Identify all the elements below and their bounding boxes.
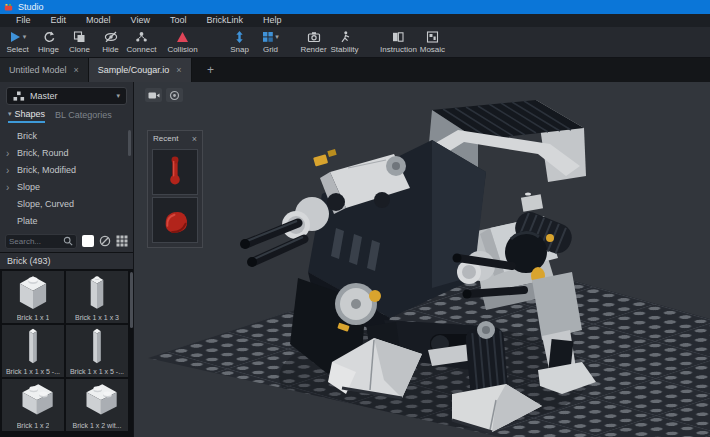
toolbar-button-instruction[interactable]: Instruction bbox=[380, 28, 417, 57]
mosaic-picture-icon bbox=[426, 31, 439, 43]
orbit-target-icon bbox=[169, 90, 180, 101]
parts-section-header: Brick (493) bbox=[0, 253, 133, 269]
tab-shapes[interactable]: ▾ Shapes bbox=[8, 109, 45, 123]
color-filter-icon[interactable] bbox=[99, 235, 111, 247]
collapse-chevron-icon: ▾ bbox=[8, 110, 12, 118]
menu-tool[interactable]: Tool bbox=[160, 14, 197, 27]
brick-1x2-thumbnail bbox=[5, 379, 61, 421]
new-tab-button[interactable]: + bbox=[200, 58, 222, 82]
viewport-3d[interactable]: Recent × bbox=[134, 82, 710, 437]
category-scrollbar[interactable] bbox=[128, 130, 131, 156]
category-brick-modified[interactable]: › Brick, Modified bbox=[0, 162, 133, 179]
caret-down-icon: ▾ bbox=[275, 34, 279, 40]
color-swatch-white[interactable] bbox=[82, 235, 94, 247]
close-icon[interactable]: × bbox=[192, 134, 197, 144]
toolbar-button-connect[interactable]: Connect bbox=[126, 28, 157, 57]
part-brick-1x2-with[interactable]: Brick 1 x 2 wit... bbox=[66, 379, 128, 431]
hide-eye-icon bbox=[104, 31, 118, 43]
grid-icon bbox=[262, 31, 274, 43]
category-brick-round[interactable]: › Brick, Round bbox=[0, 145, 133, 162]
close-tab-icon[interactable]: × bbox=[176, 65, 181, 75]
hinge-rotate-icon bbox=[42, 31, 55, 43]
parts-scrollbar[interactable] bbox=[130, 272, 133, 328]
toolbar-button-stability[interactable]: Stability bbox=[329, 28, 360, 57]
hierarchy-icon bbox=[13, 91, 25, 102]
chevron-right-icon: › bbox=[6, 179, 9, 196]
part-brick-1x1[interactable]: Brick 1 x 1 bbox=[2, 271, 64, 323]
search-icon bbox=[63, 236, 73, 246]
recent-part-red-bar[interactable] bbox=[152, 149, 198, 195]
toolbar-button-select[interactable]: ▾ Select bbox=[2, 28, 33, 57]
part-brick-1x1x3[interactable]: Brick 1 x 1 x 3 bbox=[66, 271, 128, 323]
orbit-center-button[interactable] bbox=[166, 88, 183, 102]
search-row bbox=[0, 230, 133, 252]
snap-arrows-icon bbox=[233, 31, 246, 43]
toolbar-button-render[interactable]: Render bbox=[298, 28, 329, 57]
toolbar-button-hinge[interactable]: Hinge bbox=[33, 28, 64, 57]
category-slope[interactable]: › Slope bbox=[0, 179, 133, 196]
brick-1x1x5-thumbnail bbox=[69, 325, 125, 367]
caret-down-icon: ▾ bbox=[116, 93, 120, 99]
main-toolbar: ▾ Select Hinge Clone Hide bbox=[0, 27, 710, 58]
toolbar-button-snap[interactable]: Snap bbox=[224, 28, 255, 57]
tab-sample-cougar[interactable]: Sample/Cougar.io × bbox=[89, 58, 192, 82]
document-tab-bar: Untitled Model × Sample/Cougar.io × + bbox=[0, 58, 710, 82]
studio-app-window: Studio File Edit Model View Tool BrickLi… bbox=[0, 0, 710, 437]
studio-logo-icon bbox=[4, 3, 13, 12]
toolbar-button-mosaic[interactable]: Mosaic bbox=[417, 28, 448, 57]
menu-edit[interactable]: Edit bbox=[41, 14, 77, 27]
menu-help[interactable]: Help bbox=[253, 14, 292, 27]
instruction-book-icon bbox=[391, 31, 405, 43]
tab-bl-categories[interactable]: BL Categories bbox=[55, 110, 112, 122]
menu-view[interactable]: View bbox=[121, 14, 160, 27]
step-selector-dropdown[interactable]: Master ▾ bbox=[6, 87, 127, 105]
scene-canvas[interactable] bbox=[134, 82, 710, 437]
collision-triangle-icon bbox=[176, 31, 189, 43]
toolbar-button-grid[interactable]: ▾ Grid bbox=[255, 28, 286, 57]
caret-down-icon: ▾ bbox=[23, 34, 27, 40]
parts-palette-sidebar: Master ▾ ▾ Shapes BL Categories Brick bbox=[0, 82, 134, 437]
render-camera-icon bbox=[307, 31, 321, 43]
tab-untitled-model[interactable]: Untitled Model × bbox=[0, 58, 89, 82]
menu-file[interactable]: File bbox=[6, 14, 41, 27]
select-arrow-icon bbox=[9, 31, 22, 43]
toolbar-button-clone[interactable]: Clone bbox=[64, 28, 95, 57]
menu-model[interactable]: Model bbox=[76, 14, 121, 27]
recent-panel-title: Recent bbox=[153, 134, 192, 143]
category-plate[interactable]: Plate bbox=[0, 213, 133, 230]
search-box bbox=[5, 234, 77, 249]
connect-icon bbox=[135, 31, 148, 43]
parts-grid: Brick 1 x 1 Brick 1 x 1 x 3 bbox=[0, 269, 133, 437]
palette-tabs: ▾ Shapes BL Categories bbox=[0, 106, 133, 126]
menu-bar: File Edit Model View Tool BrickLink Help bbox=[0, 14, 710, 27]
recent-part-red-rock[interactable] bbox=[152, 197, 198, 243]
stability-figure-icon bbox=[339, 31, 351, 43]
clone-icon bbox=[73, 31, 86, 43]
part-brick-1x1x5-b[interactable]: Brick 1 x 1 x 5 -... bbox=[66, 325, 128, 377]
red-bar-part-thumbnail bbox=[153, 149, 197, 195]
category-brick[interactable]: Brick bbox=[0, 128, 133, 145]
category-list: Brick › Brick, Round › Brick, Modified ›… bbox=[0, 126, 133, 230]
grid-view-icon[interactable] bbox=[116, 235, 128, 247]
brick-1x1x3-thumbnail bbox=[69, 271, 125, 313]
search-input[interactable] bbox=[9, 237, 63, 246]
toolbar-button-collision[interactable]: Collision bbox=[167, 28, 198, 57]
menu-bricklink[interactable]: BrickLink bbox=[196, 14, 253, 27]
chevron-right-icon: › bbox=[6, 162, 9, 179]
step-selector-label: Master bbox=[30, 91, 111, 101]
camera-icon bbox=[148, 91, 160, 100]
brick-1x1-thumbnail bbox=[5, 271, 61, 313]
camera-view-button[interactable] bbox=[145, 88, 162, 102]
recent-parts-panel: Recent × bbox=[147, 130, 203, 248]
brick-1x1x5-thumbnail bbox=[5, 325, 61, 367]
window-title: Studio bbox=[18, 2, 44, 12]
red-rock-part-thumbnail bbox=[153, 197, 197, 243]
part-brick-1x1x5[interactable]: Brick 1 x 1 x 5 -... bbox=[2, 325, 64, 377]
chevron-right-icon: › bbox=[6, 145, 9, 162]
title-bar: Studio bbox=[0, 0, 710, 14]
close-tab-icon[interactable]: × bbox=[74, 65, 79, 75]
toolbar-button-hide[interactable]: Hide bbox=[95, 28, 126, 57]
category-slope-curved[interactable]: Slope, Curved bbox=[0, 196, 133, 213]
brick-1x2-thumbnail bbox=[69, 379, 125, 421]
part-brick-1x2[interactable]: Brick 1 x 2 bbox=[2, 379, 64, 431]
